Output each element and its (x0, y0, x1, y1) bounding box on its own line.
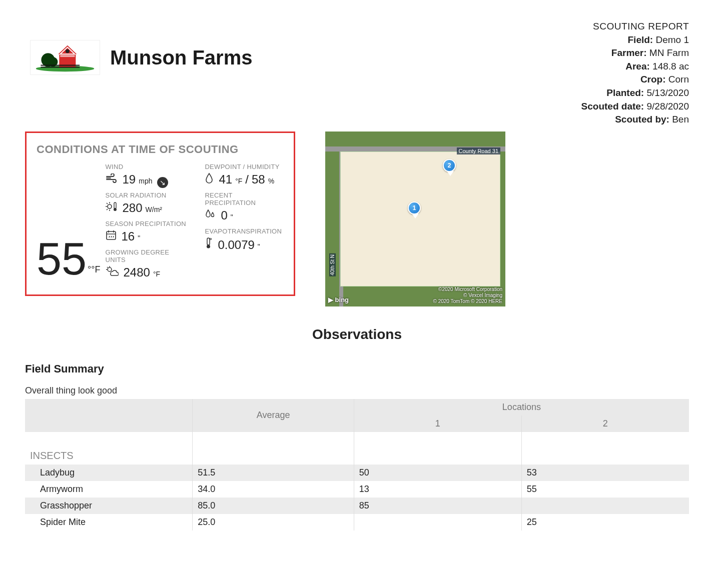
farm-logo-icon (30, 40, 100, 75)
farm-name: Munson Farms (110, 47, 252, 68)
meta-farmer: Farmer: MN Farm (581, 46, 689, 60)
header-row: Munson Farms SCOUTING REPORT Field: Demo… (25, 20, 689, 126)
observations-heading: Observations (25, 326, 689, 342)
svg-rect-18 (107, 232, 116, 240)
season-precip-value: 16" (106, 230, 190, 244)
observations-table: Average Locations 1 2 INSECTS Ladybug51.… (25, 399, 689, 530)
logo-block: Munson Farms (25, 20, 252, 75)
meta-planted: Planted: 5/13/2020 (581, 86, 689, 100)
evapo-value: 0.0079" (205, 237, 284, 252)
col-locations: Locations (354, 399, 689, 416)
svg-rect-16 (114, 202, 116, 208)
map-credits: ©2020 Microsoft Corporation © Vexcel Ima… (433, 286, 502, 304)
svg-rect-3 (60, 55, 75, 57)
meta-scouted-date: Scouted date: 9/28/2020 (581, 100, 689, 114)
svg-point-28 (210, 238, 212, 240)
col-loc1: 1 (354, 416, 521, 432)
solar-label: SOLAR RADIATION (106, 192, 190, 199)
field-summary-heading: Field Summary (25, 362, 689, 376)
svg-point-10 (108, 204, 112, 208)
svg-line-25 (107, 267, 108, 268)
calendar-rain-icon (106, 230, 117, 244)
solar-value: 280W/m² (106, 201, 190, 215)
map-pin-2: 2 (443, 159, 458, 178)
svg-line-15 (107, 209, 108, 210)
conditions-panel: CONDITIONS AT TIME OF SCOUTING 55°°F WIN… (25, 132, 295, 296)
table-row: Armyworm34.01355 (25, 481, 689, 498)
field-summary-note: Overall thing look good (25, 386, 689, 396)
thermometer-icon (205, 237, 213, 252)
report-title: SCOUTING REPORT (581, 20, 689, 34)
meta-scouted-by: Scouted by: Ben (581, 113, 689, 126)
table-row: Ladybug51.55053 (25, 464, 689, 481)
dewpoint-label: DEWPOINT / HUMIDITY (205, 163, 284, 170)
recent-precip-label: RECENT PRECIPITATION (205, 192, 284, 206)
col-average: Average (193, 399, 354, 432)
sun-thermometer-icon (106, 201, 118, 215)
evapo-label: EVAPOTRANSPIRATION (205, 228, 284, 235)
map-road-label: County Road 31 (457, 148, 501, 154)
svg-point-27 (207, 244, 210, 248)
svg-point-22 (108, 268, 112, 272)
gdu-label: GROWING DEGREE UNITS (106, 248, 190, 264)
meta-crop: Crop: Corn (581, 73, 689, 86)
col-loc2: 2 (521, 416, 689, 432)
svg-rect-26 (207, 238, 210, 245)
recent-precip-value: 0" (205, 208, 284, 222)
svg-line-14 (107, 203, 108, 204)
svg-rect-9 (41, 66, 80, 68)
conditions-title: CONDITIONS AT TIME OF SCOUTING (37, 143, 284, 156)
wind-direction-icon: ↘ (157, 177, 168, 188)
map-bing-logo: ▶ bing (328, 296, 349, 304)
sun-cloud-icon (106, 266, 119, 280)
field-map: County Road 31 40th St N 1 2 ▶ bing ©202… (325, 132, 505, 306)
temperature-value: 55°°F (37, 160, 101, 280)
report-meta: SCOUTING REPORT Field: Demo 1 Farmer: MN… (581, 20, 689, 126)
meta-area: Area: 148.8 ac (581, 60, 689, 74)
conditions-col-2: DEWPOINT / HUMIDITY 41°F / 58% RECENT PR… (205, 160, 284, 280)
conditions-col-1: WIND 19mph ↘ SOLAR RADIATION 280W/m² (106, 160, 190, 280)
droplets-icon (205, 208, 216, 222)
table-row: Spider Mite25.025 (25, 514, 689, 530)
wind-label: WIND (106, 163, 190, 170)
mid-row: CONDITIONS AT TIME OF SCOUTING 55°°F WIN… (25, 132, 689, 306)
season-precip-label: SEASON PRECIPITATION (106, 220, 190, 228)
meta-field: Field: Demo 1 (581, 34, 689, 47)
svg-point-5 (66, 49, 70, 53)
gdu-value: 2480°F (106, 266, 190, 280)
dewpoint-value: 41°F / 58% (205, 172, 284, 186)
svg-rect-8 (41, 65, 80, 66)
map-road2-label: 40th St N (329, 254, 336, 276)
svg-point-17 (114, 208, 117, 211)
wind-value: 19mph ↘ (106, 172, 190, 186)
droplet-icon (205, 172, 214, 186)
table-row: Grasshopper85.085 (25, 498, 689, 514)
wind-icon (106, 174, 118, 186)
category-row: INSECTS (25, 447, 689, 464)
map-pin-1: 1 (408, 202, 423, 220)
